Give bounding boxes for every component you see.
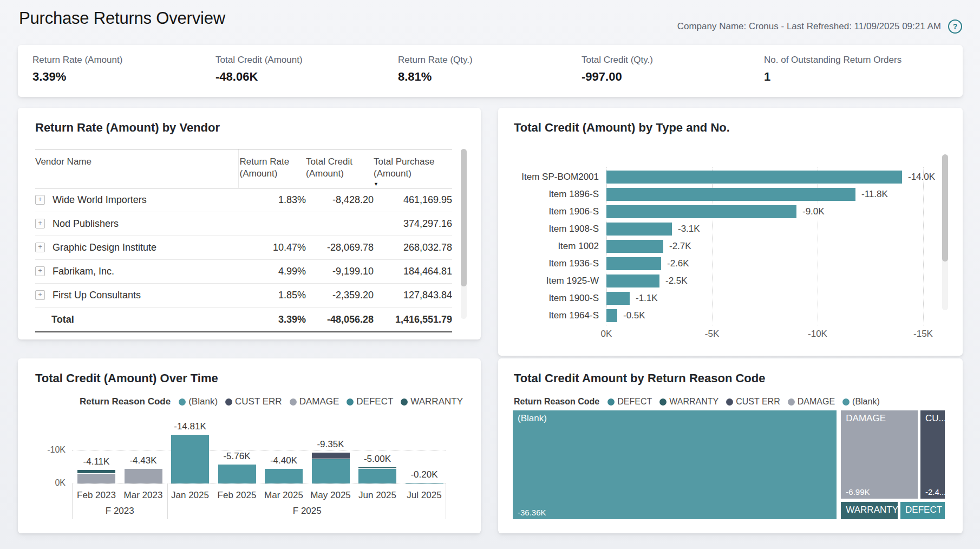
bar[interactable] — [606, 171, 902, 184]
table-row[interactable]: +Wide World Importers1.83%-8,428.20461,1… — [35, 188, 452, 212]
stacked-column-chart: -10K0K-4.11KFeb 2023-4.43KMar 2023-14.81… — [18, 358, 481, 533]
table-row[interactable]: +Fabrikam, Inc.4.99%-9,199.10184,464.81 — [35, 259, 452, 283]
bar-segment[interactable] — [218, 465, 256, 483]
table-scrollbar[interactable] — [461, 149, 467, 319]
panel-credit-over-time: Total Credit (Amount) Over Time Return R… — [18, 358, 481, 533]
bar-segment[interactable] — [312, 459, 350, 483]
legend-item[interactable]: DEFECT — [607, 397, 652, 407]
expand-icon[interactable]: + — [35, 290, 45, 300]
bar[interactable] — [606, 292, 630, 305]
treemap-tile-label: (Blank) — [518, 413, 547, 424]
legend-dot-icon — [788, 398, 795, 406]
treemap-tile[interactable]: DAMAGE-6.99K — [841, 410, 917, 499]
kpi-value: 1 — [764, 70, 770, 83]
table-cell: -8,428.20 — [306, 188, 374, 212]
sort-descending-icon: ▼ — [374, 181, 452, 188]
legend-item[interactable]: WARRANTY — [659, 397, 718, 407]
bar[interactable] — [606, 240, 663, 253]
bar-segment[interactable] — [312, 453, 350, 459]
table-cell: 374,297.16 — [374, 212, 452, 236]
table-cell: 127,843.84 — [374, 283, 452, 307]
chart-scrollbar[interactable] — [942, 154, 948, 310]
bar-segment[interactable] — [358, 469, 396, 483]
column-header[interactable]: Return Rate(Amount) — [238, 149, 306, 188]
help-icon[interactable]: ? — [948, 19, 962, 34]
treemap-chart: (Blank)-36.36KDAMAGE-6.99KCU...-2.4...WA… — [513, 410, 946, 521]
axis-tick-label: 0K — [585, 329, 628, 339]
axis-group-label: F 2025 — [171, 506, 443, 517]
legend-dot-icon — [607, 398, 615, 406]
expand-icon[interactable]: + — [35, 243, 45, 252]
bar-segment[interactable] — [406, 483, 443, 484]
bar-segment[interactable] — [125, 469, 162, 483]
legend-label: DAMAGE — [798, 397, 835, 407]
column-header[interactable]: Total Credit(Amount) — [306, 149, 374, 188]
header-meta: Company Name: Cronus - Last Refreshed: 1… — [677, 19, 962, 34]
expand-icon[interactable]: + — [35, 219, 45, 228]
column-header[interactable]: Vendor Name — [35, 149, 238, 188]
treemap-tile-value: -36.36K — [518, 508, 546, 517]
dashboard: Purchase Returns Overview Company Name: … — [0, 0, 980, 549]
bar[interactable] — [606, 257, 661, 270]
table-row[interactable]: +Graphic Design Institute10.47%-28,069.7… — [35, 236, 452, 259]
bar[interactable] — [606, 205, 796, 218]
vendor-name: Fabrikam, Inc. — [53, 266, 114, 277]
table-cell: 10.47% — [238, 236, 306, 259]
bar-segment[interactable] — [358, 467, 396, 469]
bar-segment[interactable] — [77, 470, 115, 474]
table-row[interactable]: +First Up Consultants1.85%-2,359.20127,8… — [35, 283, 452, 307]
column-header[interactable]: Total Purchase(Amount)▼ — [374, 149, 452, 188]
table-row[interactable]: +Nod Publishers374,297.16 — [35, 212, 452, 236]
value-label: -14.81K — [160, 421, 220, 432]
axis-tick-label: 0K — [31, 478, 66, 488]
bar-segment[interactable] — [171, 435, 209, 483]
axis-tick-label: Mar 2025 — [258, 490, 310, 501]
value-label: -2.6K — [667, 257, 689, 270]
category-label: Item 1925-W — [498, 275, 599, 287]
table-cell: 4.99% — [238, 259, 306, 283]
bar[interactable] — [606, 188, 855, 201]
table-cell: 1.83% — [238, 188, 306, 212]
expand-icon[interactable]: + — [35, 266, 45, 276]
legend-item[interactable]: DAMAGE — [788, 397, 835, 407]
bar[interactable] — [606, 274, 659, 287]
table-scrollbar-thumb[interactable] — [461, 149, 467, 286]
kpi-label: Return Rate (Qty.) — [398, 55, 473, 66]
bar-segment[interactable] — [77, 474, 115, 483]
legend: Return Reason CodeDEFECTWARRANTYCUST ERR… — [514, 397, 880, 407]
vendor-name: Nod Publishers — [53, 218, 119, 230]
legend-item[interactable]: (Blank) — [842, 397, 880, 407]
axis-tick-label: Mar 2023 — [117, 490, 169, 501]
treemap-tile[interactable]: DEFECT — [900, 502, 945, 519]
legend-title: Return Reason Code — [514, 397, 599, 407]
kpi-value: -997.00 — [582, 70, 622, 83]
gridline — [72, 483, 446, 484]
chart-scrollbar-thumb[interactable] — [942, 154, 948, 262]
treemap-tile[interactable]: WARRANTY — [841, 502, 897, 519]
category-label: Item 1002 — [498, 240, 599, 252]
expand-icon[interactable]: + — [35, 195, 45, 205]
table-cell: -28,069.78 — [306, 236, 374, 259]
table-cell: 268,032.78 — [374, 236, 452, 259]
table-cell: 184,464.81 — [374, 259, 452, 283]
legend-label: (Blank) — [852, 397, 880, 407]
treemap-tile[interactable]: (Blank)-36.36K — [513, 410, 837, 519]
table-cell: 1.85% — [238, 283, 306, 307]
gridline — [923, 167, 924, 325]
vendor-name: First Up Consultants — [53, 290, 141, 301]
bar[interactable] — [606, 223, 672, 236]
bar-segment[interactable] — [265, 469, 303, 483]
category-label: Item 1900-S — [498, 292, 599, 304]
table-cell: -2,359.20 — [306, 283, 374, 307]
table-cell: 461,169.95 — [374, 188, 452, 212]
table-cell — [238, 212, 306, 236]
kpi-label: Return Rate (Amount) — [32, 55, 122, 66]
bar[interactable] — [606, 309, 617, 322]
kpi-label: Total Credit (Amount) — [215, 55, 303, 66]
panel-credit-by-item: Total Credit (Amount) by Type and No. 0K… — [498, 108, 963, 356]
treemap-tile[interactable]: CU...-2.4... — [920, 410, 945, 499]
table-cell: -48,056.28 — [306, 307, 374, 332]
vendor-name: Wide World Importers — [53, 194, 147, 206]
legend-item[interactable]: CUST ERR — [726, 397, 780, 407]
category-label: Item SP-BOM2001 — [498, 171, 599, 183]
